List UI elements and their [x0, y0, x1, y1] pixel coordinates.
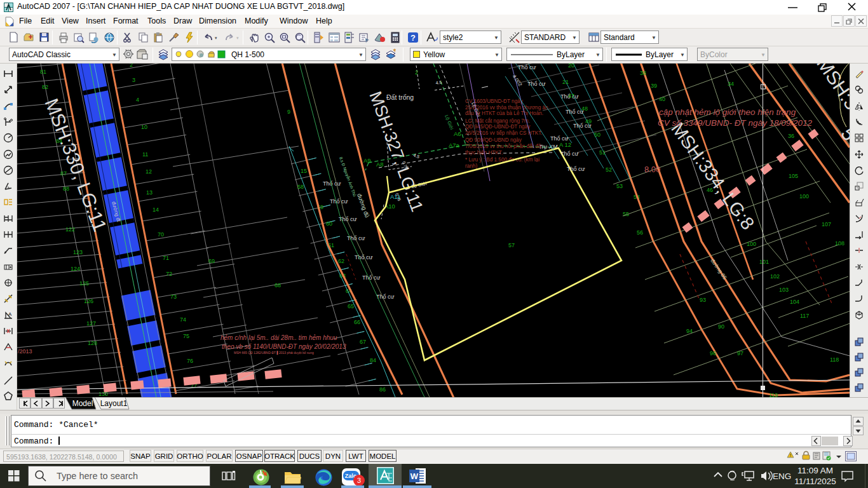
svg-text:105: 105: [789, 173, 798, 179]
svg-text:38: 38: [640, 70, 646, 76]
svg-text:86: 86: [379, 386, 386, 393]
svg-text:56: 56: [637, 229, 643, 236]
svg-text:90: 90: [718, 323, 724, 330]
svg-text:Thổ cư: Thổ cư: [567, 166, 585, 172]
svg-text:72: 72: [166, 271, 172, 277]
svg-text:82: 82: [42, 84, 48, 90]
svg-text:Thổ cư: Thổ cư: [527, 81, 546, 87]
svg-text:4.5: 4.5: [435, 80, 442, 85]
svg-text:26/5/2016 vv tiếp nhận CS HTKT: 26/5/2016 vv tiếp nhận CS HTKT.: [465, 130, 543, 136]
svg-text:A7a: A7a: [449, 142, 460, 149]
svg-text:118: 118: [830, 356, 839, 363]
svg-text:* Lưu ý : Bđ 1.500 đo cỏ. (km: * Lưu ý : Bđ 1.500 đo cỏ. (km lại: [465, 157, 539, 163]
svg-text:A11: A11: [390, 193, 400, 200]
svg-text:67: 67: [360, 339, 366, 345]
svg-text:A8: A8: [376, 161, 384, 168]
svg-text:40: 40: [659, 96, 665, 102]
svg-text:A9: A9: [363, 157, 371, 164]
svg-text:Model: Model: [72, 399, 93, 408]
svg-text:34: 34: [728, 81, 734, 87]
svg-text:46: 46: [707, 187, 713, 193]
svg-text:62: 62: [338, 258, 344, 264]
svg-text:53: 53: [616, 183, 623, 189]
svg-text:A6: A6: [454, 130, 461, 137]
svg-text:65: 65: [348, 303, 354, 309]
svg-text:2: 2: [130, 64, 133, 68]
svg-text:Thổ cư: Thổ cư: [330, 198, 348, 205]
svg-text:128: 128: [88, 340, 97, 346]
svg-text:101: 101: [759, 259, 769, 265]
svg-text:84: 84: [370, 357, 376, 363]
svg-text:Layout1: Layout1: [100, 399, 128, 408]
svg-text:Thổ cư: Thổ cư: [376, 294, 395, 300]
svg-text:94: 94: [686, 328, 693, 334]
svg-text:LG: Mặt cắt ngang rộng 7m.: LG: Mặt cắt ngang rộng 7m.: [465, 118, 530, 124]
svg-text:75: 75: [183, 333, 189, 339]
svg-text:12: 12: [146, 168, 152, 175]
svg-text:4: 4: [136, 97, 139, 103]
svg-text:100: 100: [799, 193, 809, 200]
svg-text:119: 119: [769, 392, 778, 397]
svg-text:88: 88: [63, 186, 69, 192]
svg-text:Thổ cư: Thổ cư: [362, 274, 381, 281]
svg-text:66: 66: [354, 319, 360, 325]
svg-text:Thổ cư: Thổ cư: [347, 235, 365, 241]
svg-text:QĐ 945/QĐ-UBND-ĐT ngày: QĐ 945/QĐ-UBND-ĐT ngày: [465, 124, 531, 130]
svg-text:3: 3: [357, 477, 361, 484]
svg-text:103: 103: [779, 287, 789, 293]
svg-text:122: 122: [65, 226, 75, 233]
svg-text:ranh): ranh): [465, 163, 477, 169]
svg-text:70: 70: [158, 231, 164, 238]
svg-text:76: 76: [187, 358, 193, 364]
svg-text:47: 47: [568, 93, 574, 99]
svg-text:cập nhật hẻm lộ giới theo hiện: cập nhật hẻm lộ giới theo hiện trạng: [659, 107, 796, 117]
svg-text:126: 126: [84, 298, 93, 304]
svg-text:theo vb số 1140/UBND-ĐT ngày 2: theo vb số 1140/UBND-ĐT ngày 20/02/2013: [222, 343, 346, 350]
svg-text:11: 11: [142, 151, 148, 158]
svg-text:14: 14: [153, 207, 159, 213]
svg-text:10: 10: [141, 124, 147, 130]
svg-text:125: 125: [79, 280, 89, 287]
svg-text:108: 108: [835, 240, 844, 247]
svg-text:hẻm c/nh lại 5m.. dài 28m.. ti: hẻm c/nh lại 5m.. dài 28m.. tim hẻm hhuu: [220, 334, 337, 341]
svg-text:7/06/2016 vv thu hồi phần đất: 7/06/2016 vv thu hồi phần đất đã: [465, 144, 541, 149]
svg-text:49: 49: [585, 118, 592, 125]
svg-text:2: 2: [415, 69, 418, 76]
svg-text:102: 102: [770, 273, 780, 280]
svg-text:60: 60: [326, 220, 332, 227]
svg-text:58: 58: [297, 184, 304, 190]
svg-text:8.00: 8.00: [644, 165, 660, 174]
svg-text:36: 36: [788, 133, 794, 139]
svg-text:Thổ cư: Thổ cư: [550, 135, 569, 142]
svg-text:Thổ cư: Thổ cư: [518, 64, 536, 71]
svg-text:124: 124: [71, 266, 80, 272]
svg-text:93: 93: [700, 297, 706, 303]
svg-text:W: W: [410, 471, 419, 481]
svg-text:117: 117: [800, 313, 809, 319]
svg-text:A 12: A 12: [559, 141, 571, 148]
svg-text:39: 39: [651, 83, 657, 89]
svg-text:69: 69: [208, 258, 215, 264]
svg-text:QĐ 909/QĐ-UBND ngày: QĐ 909/QĐ-UBND ngày: [465, 137, 522, 143]
svg-text:71: 71: [163, 255, 169, 261]
svg-text:?: ?: [410, 33, 416, 43]
svg-text:A: A: [8, 311, 12, 317]
svg-text:3: 3: [132, 77, 135, 83]
svg-text:123: 123: [73, 249, 83, 255]
svg-text:74: 74: [180, 316, 186, 323]
svg-text:51: 51: [599, 149, 606, 156]
svg-text:48: 48: [581, 105, 588, 112]
svg-text:96: 96: [710, 350, 716, 356]
svg-text:50: 50: [594, 132, 600, 138]
svg-text:52: 52: [606, 166, 612, 173]
svg-text:21: 21: [562, 79, 569, 85]
svg-text:97: 97: [737, 350, 743, 356]
svg-text:9: 9: [287, 109, 290, 115]
svg-text:Thổ cư: Thổ cư: [560, 151, 579, 157]
svg-text:104: 104: [790, 299, 799, 305]
svg-text:Đất trống: Đất trống: [386, 93, 414, 101]
svg-text:73: 73: [170, 294, 177, 300]
svg-text:57: 57: [508, 242, 515, 248]
svg-text:MSH 665 QĐ 1282/UBND-ĐT ▌2013: MSH 665 QĐ 1282/UBND-ĐT ▌2013 phải duyệt…: [234, 351, 314, 355]
svg-text:25/2/2016 vv thỏa thuận phương: 25/2/2016 vv thỏa thuận phương án: [465, 105, 548, 111]
